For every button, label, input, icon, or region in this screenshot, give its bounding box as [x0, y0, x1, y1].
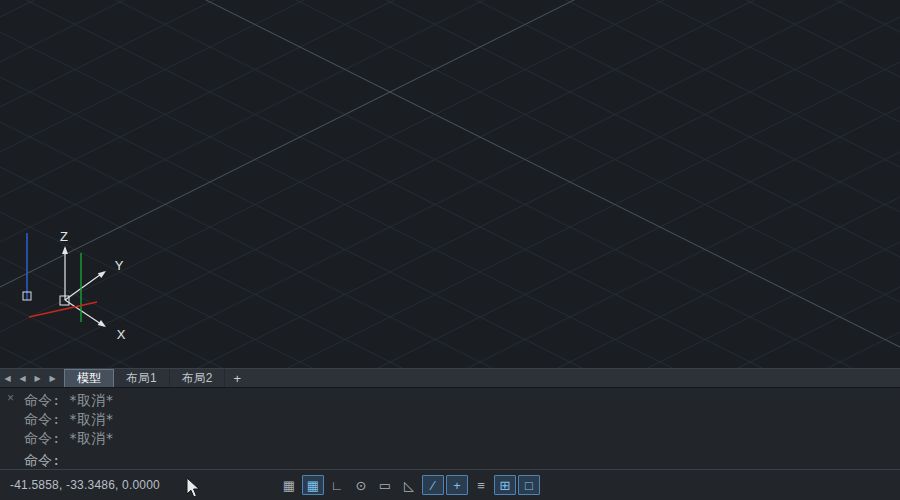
status-bar: -41.5858, -33.3486, 0.0000 ▦▦∟⊙▭◺∕+≡⊞□ — [0, 469, 900, 500]
add-layout-button[interactable]: + — [225, 369, 249, 387]
status-toggles: ▦▦∟⊙▭◺∕+≡⊞□ — [278, 475, 540, 495]
snap-mode-icon[interactable]: ▦ — [302, 475, 324, 495]
grid-mode-icon[interactable]: ▦ — [278, 475, 300, 495]
tab-layout1[interactable]: 布局1 — [114, 369, 170, 387]
command-history-line: 命令: *取消* — [24, 410, 894, 429]
isometric-grid — [0, 0, 900, 368]
object-snap-icon[interactable]: ▭ — [374, 475, 396, 495]
tab-nav-prev-icon[interactable]: ◀ — [15, 369, 30, 387]
cad-application-window: ZYX ◀ ◀ ▶ ▶ 模型布局1布局2 + × 命令: *取消*命令: *取消… — [0, 0, 900, 500]
crosshair — [23, 233, 97, 322]
svg-text:Z: Z — [60, 229, 68, 244]
layout-tabs: 模型布局1布局2 — [64, 369, 225, 387]
coordinates-readout: -41.5858, -33.3486, 0.0000 — [10, 478, 278, 492]
drawing-viewport[interactable]: ZYX — [0, 0, 900, 368]
command-history-line: 命令: *取消* — [24, 391, 894, 410]
tab-nav-next-icon[interactable]: ▶ — [30, 369, 45, 387]
svg-text:Y: Y — [115, 258, 124, 273]
dynamic-input-icon[interactable]: ∕ — [422, 475, 444, 495]
object-snap-tracking-icon[interactable]: ◺ — [398, 475, 420, 495]
dynamic-ucs-icon[interactable]: + — [446, 475, 468, 495]
command-history: 命令: *取消*命令: *取消*命令: *取消* — [24, 391, 894, 448]
selection-cycling-icon[interactable]: □ — [518, 475, 540, 495]
tab-nav-first-icon[interactable]: ◀ — [0, 369, 15, 387]
lineweight-icon[interactable]: ≡ — [470, 475, 492, 495]
command-line-panel[interactable]: × 命令: *取消*命令: *取消*命令: *取消* 命令: — [0, 387, 900, 469]
close-icon[interactable]: × — [7, 392, 14, 404]
tab-nav-last-icon[interactable]: ▶ — [45, 369, 60, 387]
ortho-mode-icon[interactable]: ∟ — [326, 475, 348, 495]
svg-text:X: X — [117, 327, 126, 342]
workspace-icon[interactable]: ⊞ — [494, 475, 516, 495]
tab-model[interactable]: 模型 — [64, 369, 114, 387]
command-history-line: 命令: *取消* — [24, 429, 894, 448]
viewport-canvas: ZYX — [0, 0, 900, 368]
tab-layout2[interactable]: 布局2 — [170, 369, 226, 387]
command-prompt[interactable]: 命令: — [24, 451, 894, 470]
polar-tracking-icon[interactable]: ⊙ — [350, 475, 372, 495]
layout-tab-bar: ◀ ◀ ▶ ▶ 模型布局1布局2 + — [0, 368, 900, 387]
